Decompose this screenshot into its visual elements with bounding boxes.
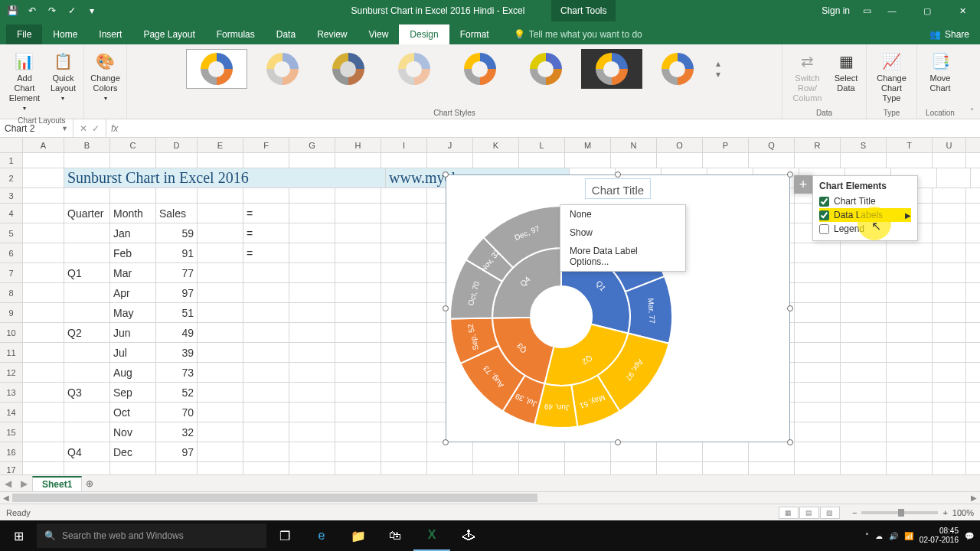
cell-H12[interactable] bbox=[335, 363, 381, 382]
cell-R17[interactable] bbox=[795, 462, 841, 474]
collapse-ribbon-icon[interactable]: ˄ bbox=[963, 44, 980, 119]
sheet-nav-prev[interactable]: ◀ bbox=[0, 478, 16, 489]
zoom-in-button[interactable]: + bbox=[942, 508, 947, 517]
cell-D13[interactable]: 52 bbox=[156, 383, 198, 402]
cell-E9[interactable] bbox=[198, 303, 243, 322]
cell-C16[interactable]: Dec bbox=[110, 442, 156, 461]
cell-D3[interactable] bbox=[156, 188, 198, 203]
add-chart-element-button[interactable]: 📊 Add Chart Element ▾ bbox=[5, 47, 44, 115]
col-header-I[interactable]: I bbox=[381, 138, 427, 152]
cell-C7[interactable]: Mar bbox=[110, 263, 156, 282]
cell-U3[interactable] bbox=[933, 188, 966, 203]
tab-format[interactable]: Format bbox=[449, 24, 500, 44]
row-header-1[interactable]: 1 bbox=[0, 153, 23, 168]
cell-H10[interactable] bbox=[335, 323, 381, 342]
row-header-10[interactable]: 10 bbox=[0, 323, 23, 342]
cell-U17[interactable] bbox=[933, 462, 966, 474]
cell-R11[interactable] bbox=[795, 343, 841, 362]
cell-J16[interactable] bbox=[427, 442, 473, 461]
cell-A15[interactable] bbox=[23, 422, 64, 442]
resize-handle[interactable] bbox=[787, 171, 793, 178]
col-header-D[interactable]: D bbox=[156, 138, 198, 152]
cell-R10[interactable] bbox=[795, 323, 841, 342]
cell-C6[interactable]: Feb bbox=[110, 243, 156, 262]
name-box[interactable]: Chart 2 ▼ bbox=[0, 119, 74, 137]
col-header-Q[interactable]: Q bbox=[749, 138, 795, 152]
row-header-5[interactable]: 5 bbox=[0, 223, 23, 243]
row-header-13[interactable]: 13 bbox=[0, 383, 23, 402]
cell-U7[interactable] bbox=[933, 263, 966, 282]
cell-F11[interactable] bbox=[243, 343, 289, 362]
cell-G16[interactable] bbox=[289, 442, 335, 461]
cell-C13[interactable]: Sep bbox=[110, 383, 156, 402]
tab-insert[interactable]: Insert bbox=[88, 24, 132, 44]
cell-H3[interactable] bbox=[335, 188, 381, 203]
cell-D6[interactable]: 91 bbox=[156, 243, 198, 262]
cell-B13[interactable]: Q3 bbox=[64, 383, 110, 402]
cell-J1[interactable] bbox=[427, 153, 473, 168]
formula-input[interactable] bbox=[122, 119, 980, 137]
change-colors-button[interactable]: 🎨 Change Colors ▾ bbox=[87, 47, 123, 105]
cell-S9[interactable] bbox=[841, 303, 887, 322]
cell-S8[interactable] bbox=[841, 283, 887, 302]
cell-H13[interactable] bbox=[335, 383, 381, 402]
cell-B8[interactable] bbox=[64, 283, 110, 302]
col-header-G[interactable]: G bbox=[289, 138, 335, 152]
data-labels-show[interactable]: Show bbox=[560, 223, 685, 242]
resize-handle[interactable] bbox=[443, 171, 449, 178]
cell-F10[interactable] bbox=[243, 323, 289, 342]
zoom-out-button[interactable]: − bbox=[852, 508, 857, 517]
cell-P1[interactable] bbox=[703, 153, 749, 168]
change-chart-type-button[interactable]: 📈 Change Chart Type bbox=[871, 47, 912, 105]
excel-icon[interactable]: X bbox=[413, 520, 450, 551]
tell-me-search[interactable]: 💡 Tell me what you want to do bbox=[506, 24, 650, 44]
cell-A3[interactable] bbox=[23, 188, 64, 203]
cell-D16[interactable]: 97 bbox=[156, 442, 198, 461]
cell-I16[interactable] bbox=[381, 442, 427, 461]
cell-B3[interactable] bbox=[64, 188, 110, 203]
cell-S14[interactable] bbox=[841, 403, 887, 422]
cell-R6[interactable] bbox=[795, 243, 841, 262]
cell-O1[interactable] bbox=[657, 153, 703, 168]
cell-R15[interactable] bbox=[795, 422, 841, 442]
add-sheet-button[interactable]: ⊕ bbox=[82, 478, 97, 489]
save-icon[interactable]: 💾 bbox=[5, 3, 20, 18]
cell-E10[interactable] bbox=[198, 323, 243, 342]
cell-B14[interactable] bbox=[64, 403, 110, 422]
cell-A2[interactable] bbox=[23, 168, 64, 187]
cell-H8[interactable] bbox=[335, 283, 381, 302]
col-header-A[interactable]: A bbox=[23, 138, 64, 152]
cell-R7[interactable] bbox=[795, 263, 841, 282]
cell-L17[interactable] bbox=[519, 462, 565, 474]
chart-style-7[interactable] bbox=[581, 49, 642, 89]
cell-F6[interactable]: = bbox=[243, 243, 289, 262]
cell-D9[interactable]: 51 bbox=[156, 303, 198, 322]
resize-handle[interactable] bbox=[615, 439, 621, 445]
cell-D17[interactable] bbox=[156, 462, 198, 474]
cell-D11[interactable]: 39 bbox=[156, 343, 198, 362]
cell-A9[interactable] bbox=[23, 303, 64, 322]
cell-Q17[interactable] bbox=[749, 462, 795, 474]
row-header-14[interactable]: 14 bbox=[0, 403, 23, 422]
col-header-M[interactable]: M bbox=[565, 138, 611, 152]
cell-F14[interactable] bbox=[243, 403, 289, 422]
cell-R16[interactable] bbox=[795, 442, 841, 461]
worksheet-grid[interactable]: ABCDEFGHIJKLMNOPQRSTU 12Sunburst Chart i… bbox=[0, 138, 980, 474]
chart-style-3[interactable] bbox=[318, 49, 379, 89]
cell-G11[interactable] bbox=[289, 343, 335, 362]
cell-B11[interactable] bbox=[64, 343, 110, 362]
cell-J17[interactable] bbox=[427, 462, 473, 474]
cell-U13[interactable] bbox=[933, 383, 966, 402]
cell-I7[interactable] bbox=[381, 263, 427, 282]
col-header-K[interactable]: K bbox=[473, 138, 519, 152]
cell-C14[interactable]: Oct bbox=[110, 403, 156, 422]
cell-C5[interactable]: Jan bbox=[110, 223, 156, 243]
chart-title-checkbox[interactable]: Chart Title bbox=[819, 194, 911, 208]
cell-E17[interactable] bbox=[198, 462, 243, 474]
cell-F8[interactable] bbox=[243, 283, 289, 302]
cell-U10[interactable] bbox=[933, 323, 966, 342]
fx-icon[interactable]: fx bbox=[106, 123, 122, 134]
cell-C8[interactable]: Apr bbox=[110, 283, 156, 302]
resize-handle[interactable] bbox=[787, 305, 793, 311]
cell-F15[interactable] bbox=[243, 422, 289, 442]
